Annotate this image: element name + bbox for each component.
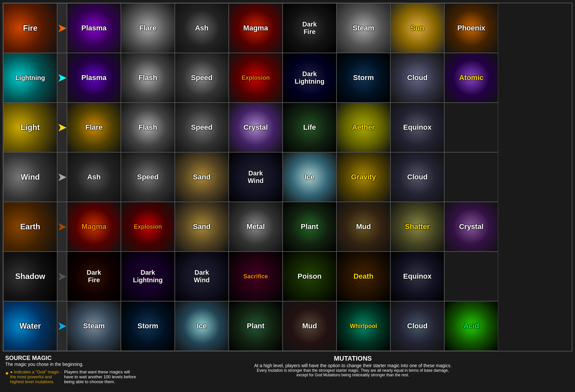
cell-wind-0: Ash	[67, 152, 121, 202]
arrow-fire: ➤	[57, 3, 67, 53]
cell-earth-5: Mud	[337, 202, 390, 252]
cell-lightning-1: Flash	[121, 53, 175, 103]
cell-earth-0: Magma	[67, 202, 121, 252]
god-magic-suffix: Players that want these magics will have…	[64, 369, 136, 384]
arrow-lightning: ➤	[57, 53, 67, 103]
footer-right: MUTATIONS At a high level, players will …	[136, 355, 570, 384]
source-cell-light: Light	[3, 103, 57, 152]
cell-wind-4: Ice	[283, 152, 337, 202]
arrow-earth: ➤	[57, 202, 67, 252]
cell-light-4: Life	[283, 103, 337, 152]
cell-earth-3: Metal	[229, 202, 283, 252]
source-cell-fire: Fire	[3, 3, 57, 53]
cell-light-6: Equinox	[390, 103, 444, 152]
arrow-shadow: ➤	[57, 252, 67, 301]
footer: SOURCE MAGIC The magic you chose in the …	[3, 351, 572, 385]
cell-fire-2: Ash	[175, 3, 229, 53]
cell-earth-7: Crystal	[444, 202, 498, 252]
cell-water-6: Cloud	[390, 301, 444, 351]
cell-water-0: Steam	[67, 301, 121, 351]
magic-table: Fire➤PlasmaFlareAshMagmaDarkFireSteamSun…	[3, 3, 572, 351]
mutations-sub: At a high level, players will have the o…	[136, 363, 570, 368]
source-cell-shadow: Shadow	[3, 252, 57, 301]
mutations-detail1: Every mutation is stronger than the stro…	[136, 368, 570, 373]
cell-fire-1: Flare	[121, 3, 175, 53]
cell-lightning-5: Storm	[337, 53, 390, 103]
cell-wind-6: Cloud	[390, 152, 444, 202]
cell-wind-7	[444, 152, 498, 202]
cell-earth-6: Shatter	[390, 202, 444, 252]
cell-light-3: Crystal	[229, 103, 283, 152]
cell-water-2: Ice	[175, 301, 229, 351]
cell-earth-4: Plant	[283, 202, 337, 252]
cell-fire-5: Steam	[337, 3, 390, 53]
cell-wind-3: DarkWind	[229, 152, 283, 202]
source-cell-water: Water	[3, 301, 57, 351]
god-magic-note: ● Indicates a "God" magic - the most pow…	[10, 369, 63, 384]
cell-wind-2: Sand	[175, 152, 229, 202]
source-cell-earth: Earth	[3, 202, 57, 252]
cell-lightning-0: Plasma	[67, 53, 121, 103]
cell-shadow-2: DarkWind	[175, 252, 229, 301]
footer-left: SOURCE MAGIC The magic you chose in the …	[5, 355, 136, 384]
source-cell-lightning: Lightning	[3, 53, 57, 103]
cell-shadow-7	[444, 252, 498, 301]
source-cell-wind: Wind	[3, 152, 57, 202]
cell-earth-2: Sand	[175, 202, 229, 252]
cell-wind-5: Gravity	[337, 152, 390, 202]
cell-water-7: Acid	[444, 301, 498, 351]
cell-shadow-6: Equinox	[390, 252, 444, 301]
cell-water-4: Mud	[283, 301, 337, 351]
cell-fire-6: Sun	[390, 3, 444, 53]
arrow-water: ➤	[57, 301, 67, 351]
arrow-light: ➤	[57, 103, 67, 152]
cell-water-1: Storm	[121, 301, 175, 351]
cell-shadow-5: Death	[337, 252, 390, 301]
cell-water-3: Plant	[229, 301, 283, 351]
cell-lightning-2: Speed	[175, 53, 229, 103]
cell-fire-7: Phoenix	[444, 3, 498, 53]
cell-lightning-7: Atomic	[444, 53, 498, 103]
mutations-detail2: except for God Mutations being noticeabl…	[136, 373, 570, 377]
cell-earth-1: Explosion	[121, 202, 175, 252]
cell-wind-1: Speed	[121, 152, 175, 202]
cell-lightning-6: Cloud	[390, 53, 444, 103]
cell-shadow-0: DarkFire	[67, 252, 121, 301]
cell-light-0: Flare	[67, 103, 121, 152]
cell-light-7	[444, 103, 498, 152]
cell-light-2: Speed	[175, 103, 229, 152]
cell-shadow-3: Sacrifice	[229, 252, 283, 301]
cell-lightning-3: Explosion	[229, 53, 283, 103]
cell-light-5: Aether	[337, 103, 390, 152]
cell-lightning-4: DarkLightning	[283, 53, 337, 103]
cell-fire-3: Magma	[229, 3, 283, 53]
arrow-wind: ➤	[57, 152, 67, 202]
cell-light-1: Flash	[121, 103, 175, 152]
cell-fire-4: DarkFire	[283, 3, 337, 53]
cell-shadow-1: DarkLightning	[121, 252, 175, 301]
source-magic-title: SOURCE MAGIC	[5, 355, 136, 362]
cell-fire-0: Plasma	[67, 3, 121, 53]
cell-water-5: Whirlpool	[337, 301, 390, 351]
cell-shadow-4: Poison	[283, 252, 337, 301]
god-dot-icon: ●	[5, 369, 9, 377]
mutations-title: MUTATIONS	[136, 355, 570, 362]
source-magic-subtitle: The magic you chose in the beginning.	[5, 362, 136, 367]
